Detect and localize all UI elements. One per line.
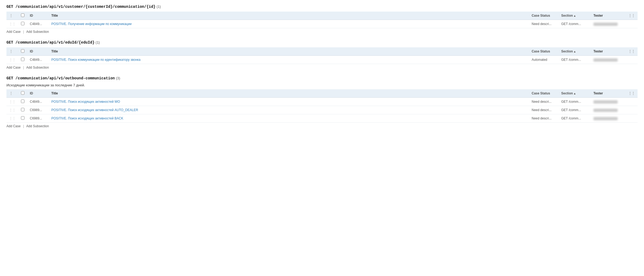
tester-column-header: Tester	[591, 89, 626, 98]
row-title-link[interactable]: POSITIVE. Получение информации по коммун…	[51, 22, 131, 26]
select-all-checkbox[interactable]	[21, 91, 24, 95]
test-cases-table: ⋮IDTitleCase StatusSection▲Tester⋮⋮⋮⋮C48…	[6, 12, 638, 28]
title-column-header: Title	[49, 89, 529, 98]
row-section: GET /comm...	[559, 98, 591, 106]
id-column-header: ID	[27, 89, 49, 98]
separator: |	[23, 124, 24, 128]
row-title-link[interactable]: POSITIVE. Поиск исходящих активностей BA…	[51, 116, 123, 120]
row-checkbox-cell[interactable]	[18, 98, 27, 106]
add-case-link[interactable]: Add Case	[6, 30, 21, 34]
tester-column-header: Tester	[591, 47, 626, 56]
section-title: GET /communication/api/v1/outbound-commu…	[6, 76, 638, 80]
row-tester	[591, 98, 626, 106]
separator: |	[23, 66, 24, 69]
row-section: GET /comm...	[559, 114, 591, 123]
row-checkbox[interactable]	[21, 108, 24, 111]
row-checkbox-cell[interactable]	[18, 56, 27, 64]
section-column-header[interactable]: Section▲	[559, 12, 591, 20]
id-column-header: ID	[27, 12, 49, 20]
section-description: Исходящие коммуникации за последние 7 дн…	[6, 83, 638, 87]
tester-avatar	[593, 117, 618, 120]
drag-handle-header: ⋮	[6, 12, 18, 20]
column-settings-icon[interactable]: ⋮⋮	[626, 47, 638, 56]
row-tester	[591, 20, 626, 28]
row-checkbox[interactable]	[21, 22, 24, 25]
title-column-header: Title	[49, 47, 529, 56]
select-all-header[interactable]	[18, 47, 27, 56]
table-row: ⋮⋮C4849...POSITIVE. Поиск исходящих акти…	[6, 98, 638, 106]
row-tester	[591, 106, 626, 114]
section-column-header[interactable]: Section▲	[559, 89, 591, 98]
row-checkbox-cell[interactable]	[18, 114, 27, 123]
row-title-link[interactable]: POSITIVE. Поиск исходящих активностей WO	[51, 100, 120, 104]
table-row: ⋮⋮C4849...POSITIVE. Поиск коммуникации п…	[6, 56, 638, 64]
row-id: C4849...	[27, 56, 49, 64]
row-id: C4849...	[27, 98, 49, 106]
row-section: GET /comm...	[559, 56, 591, 64]
test-cases-table: ⋮IDTitleCase StatusSection▲Tester⋮⋮⋮⋮C48…	[6, 89, 638, 123]
row-case-status: Need descri...	[529, 114, 559, 123]
row-drag-handle[interactable]: ⋮⋮	[6, 98, 18, 106]
add-links-row: Add Case | Add Subsection	[6, 66, 638, 69]
row-title[interactable]: POSITIVE. Поиск исходящих активностей BA…	[49, 114, 529, 123]
row-id: C4849...	[27, 20, 49, 28]
row-drag-handle[interactable]: ⋮⋮	[6, 56, 18, 64]
row-id: C6989...	[27, 106, 49, 114]
row-title-link[interactable]: POSITIVE. Поиск исходящих активностей AU…	[51, 108, 138, 112]
add-case-link[interactable]: Add Case	[6, 124, 21, 128]
row-section: GET /comm...	[559, 20, 591, 28]
section-block-1: GET /communication/api/v1/eduId/{eduId} …	[6, 40, 638, 69]
title-column-header: Title	[49, 12, 529, 20]
row-id: C6989...	[27, 114, 49, 123]
row-drag-handle[interactable]: ⋮⋮	[6, 106, 18, 114]
row-settings	[626, 98, 638, 106]
id-column-header: ID	[27, 47, 49, 56]
tester-column-header: Tester	[591, 12, 626, 20]
row-checkbox[interactable]	[21, 116, 24, 120]
row-drag-handle[interactable]: ⋮⋮	[6, 20, 18, 28]
section-block-2: GET /communication/api/v1/outbound-commu…	[6, 76, 638, 128]
add-links-row: Add Case | Add Subsection	[6, 30, 638, 34]
row-checkbox[interactable]	[21, 58, 24, 61]
table-row: ⋮⋮C6989...POSITIVE. Поиск исходящих акти…	[6, 114, 638, 123]
select-all-checkbox[interactable]	[21, 13, 24, 17]
select-all-checkbox[interactable]	[21, 49, 24, 53]
select-all-header[interactable]	[18, 12, 27, 20]
drag-handle-header: ⋮	[6, 89, 18, 98]
row-checkbox-cell[interactable]	[18, 20, 27, 28]
case-status-column-header: Case Status	[529, 47, 559, 56]
test-cases-table: ⋮IDTitleCase StatusSection▲Tester⋮⋮⋮⋮C48…	[6, 47, 638, 64]
add-links-row: Add Case | Add Subsection	[6, 124, 638, 128]
add-case-link[interactable]: Add Case	[6, 66, 21, 69]
row-case-status: Need descri...	[529, 20, 559, 28]
case-status-column-header: Case Status	[529, 12, 559, 20]
separator: |	[23, 30, 24, 34]
row-case-status: Automated	[529, 56, 559, 64]
row-tester	[591, 56, 626, 64]
row-title[interactable]: POSITIVE. Поиск коммуникации по идентифи…	[49, 56, 529, 64]
section-title: GET /communication/api/v1/eduId/{eduId} …	[6, 40, 638, 45]
tester-avatar	[593, 109, 618, 112]
column-settings-icon[interactable]: ⋮⋮	[626, 89, 638, 98]
row-checkbox[interactable]	[21, 100, 24, 103]
section-title: GET /communication/api/v1/customer/{cust…	[6, 4, 638, 9]
case-status-column-header: Case Status	[529, 89, 559, 98]
column-settings-icon[interactable]: ⋮⋮	[626, 12, 638, 20]
table-row: ⋮⋮C6989...POSITIVE. Поиск исходящих акти…	[6, 106, 638, 114]
row-title[interactable]: POSITIVE. Поиск исходящих активностей WO	[49, 98, 529, 106]
row-title[interactable]: POSITIVE. Поиск исходящих активностей AU…	[49, 106, 529, 114]
row-title[interactable]: POSITIVE. Получение информации по коммун…	[49, 20, 529, 28]
row-drag-handle[interactable]: ⋮⋮	[6, 114, 18, 123]
select-all-header[interactable]	[18, 89, 27, 98]
tester-avatar	[593, 58, 618, 62]
add-subsection-link[interactable]: Add Subsection	[26, 30, 49, 34]
tester-avatar	[593, 23, 618, 26]
add-subsection-link[interactable]: Add Subsection	[26, 124, 49, 128]
table-row: ⋮⋮C4849...POSITIVE. Получение информации…	[6, 20, 638, 28]
section-column-header[interactable]: Section▲	[559, 47, 591, 56]
row-checkbox-cell[interactable]	[18, 106, 27, 114]
row-settings	[626, 20, 638, 28]
add-subsection-link[interactable]: Add Subsection	[26, 66, 49, 69]
row-settings	[626, 56, 638, 64]
row-title-link[interactable]: POSITIVE. Поиск коммуникации по идентифи…	[51, 58, 141, 62]
